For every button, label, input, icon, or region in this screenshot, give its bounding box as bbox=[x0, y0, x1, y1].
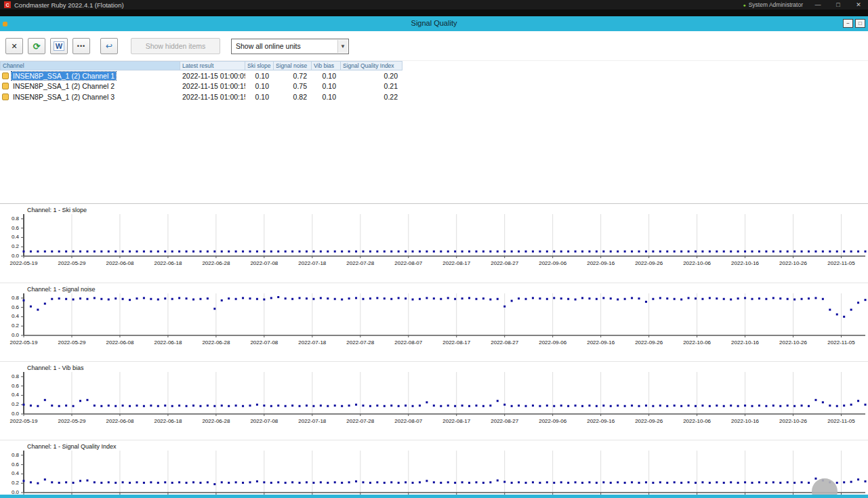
x-tick-label: 2022-06-18 bbox=[154, 260, 182, 266]
close-button[interactable]: ✕ bbox=[853, 1, 864, 8]
x-tick-label: 2022-08-07 bbox=[394, 339, 422, 346]
more-options-button[interactable]: ••• bbox=[73, 38, 90, 54]
column-header-signal-noise[interactable]: Signal noise bbox=[274, 61, 312, 70]
show-hidden-items-button[interactable]: Show hidden items bbox=[131, 38, 220, 54]
table-row[interactable]: INSEN8P_SSA_1 (2) Channel 32022-11-15 01… bbox=[0, 91, 402, 102]
latest-result-cell: 2022-11-15 01:00:15 bbox=[180, 81, 245, 92]
child-restore-button[interactable]: □ bbox=[855, 19, 865, 28]
y-tick-label: 0.8 bbox=[4, 215, 19, 222]
chart-plot bbox=[21, 372, 868, 418]
x-tick-label: 2022-08-07 bbox=[394, 418, 422, 424]
x-axis-labels: 2022-05-192022-05-292022-06-082022-06-18… bbox=[21, 260, 868, 268]
remove-button[interactable]: ✕ bbox=[5, 38, 23, 54]
word-icon: W bbox=[54, 41, 64, 51]
x-tick-label: 2022-10-16 bbox=[731, 339, 759, 346]
chart-plot bbox=[21, 293, 868, 339]
y-tick-label: 0.2 bbox=[4, 401, 19, 407]
y-tick-label: 0.8 bbox=[4, 452, 19, 458]
column-header-signal-quality-index[interactable]: Signal Quality Index bbox=[341, 61, 402, 70]
y-tick-label: 0.0 bbox=[4, 253, 19, 259]
x-tick-label: 2022-06-08 bbox=[106, 339, 133, 346]
channel-cell: INSEN8P_SSA_1 (2) Channel 1 bbox=[0, 70, 180, 81]
x-tick-label: 2022-07-28 bbox=[346, 418, 374, 424]
window-bottom-border bbox=[0, 495, 868, 498]
x-tick-label: 2022-06-18 bbox=[154, 418, 182, 424]
chart-title: Channel: 1 - Ski slope bbox=[27, 207, 87, 213]
x-tick-label: 2022-10-06 bbox=[683, 260, 711, 266]
x-tick-label: 2022-05-19 bbox=[10, 418, 38, 424]
table-row[interactable]: INSEN8P_SSA_1 (2) Channel 12022-11-15 01… bbox=[0, 70, 402, 81]
y-tick-label: 0.4 bbox=[4, 470, 19, 476]
channel-cell: INSEN8P_SSA_1 (2) Channel 2 bbox=[0, 81, 180, 92]
table-row[interactable]: INSEN8P_SSA_1 (2) Channel 22022-11-15 01… bbox=[0, 81, 402, 92]
charts-region: Channel: 1 - Ski slope0.00.20.40.60.8202… bbox=[0, 203, 868, 498]
x-tick-label: 2022-05-29 bbox=[58, 260, 86, 266]
x-tick-label: 2022-05-29 bbox=[58, 418, 86, 424]
app-title: Condmaster Ruby 2022.4.1 (Flotation) bbox=[14, 1, 124, 9]
x-tick-label: 2022-10-06 bbox=[683, 339, 711, 346]
channel-icon bbox=[2, 83, 9, 89]
signal-quality-index-cell: 0.20 bbox=[341, 70, 402, 81]
column-header-latest-result[interactable]: Latest result bbox=[180, 61, 245, 70]
x-tick-label: 2022-08-17 bbox=[442, 339, 470, 346]
y-tick-label: 0.6 bbox=[4, 304, 19, 310]
x-tick-label: 2022-06-08 bbox=[106, 418, 133, 424]
x-tick-label: 2022-09-26 bbox=[635, 418, 663, 424]
x-tick-label: 2022-06-08 bbox=[106, 260, 133, 266]
y-tick-label: 0.8 bbox=[4, 295, 19, 301]
channel-label: INSEN8P_SSA_1 (2) Channel 1 bbox=[12, 72, 116, 80]
column-header-ski-slope[interactable]: Ski slope bbox=[245, 61, 274, 70]
child-minimize-button[interactable]: − bbox=[843, 19, 853, 28]
minimize-button[interactable]: — bbox=[812, 1, 823, 8]
table-body: INSEN8P_SSA_1 (2) Channel 12022-11-15 01… bbox=[0, 70, 402, 102]
chart-panel-4: Channel: 1 - Signal Quality Index0.00.20… bbox=[0, 440, 868, 498]
vib-bias-cell: 0.10 bbox=[312, 91, 341, 102]
latest-result-cell: 2022-11-15 01:00:15 bbox=[180, 91, 245, 102]
refresh-icon: ⟳ bbox=[33, 41, 41, 51]
x-tick-label: 2022-08-17 bbox=[442, 260, 470, 266]
x-tick-label: 2022-07-18 bbox=[298, 339, 326, 346]
column-header-vib-bias[interactable]: Vib bias bbox=[312, 61, 341, 70]
x-tick-label: 2022-06-18 bbox=[154, 339, 182, 346]
x-tick-label: 2022-11-05 bbox=[827, 418, 854, 424]
ski-slope-cell: 0.10 bbox=[245, 70, 274, 81]
vib-bias-cell: 0.10 bbox=[312, 70, 341, 81]
x-tick-label: 2022-11-05 bbox=[827, 339, 854, 346]
x-tick-label: 2022-07-28 bbox=[346, 260, 374, 266]
main-titlebar: C Condmaster Ruby 2022.4.1 (Flotation) ●… bbox=[0, 0, 868, 9]
x-tick-label: 2022-09-26 bbox=[635, 339, 663, 346]
vib-bias-cell: 0.10 bbox=[312, 81, 341, 92]
maximize-button[interactable]: □ bbox=[833, 1, 844, 8]
signal-quality-titlebar: Signal Quality − □ bbox=[0, 16, 868, 31]
x-tick-label: 2022-06-28 bbox=[202, 418, 230, 424]
y-tick-label: 0.6 bbox=[4, 383, 19, 389]
chart-panel-1: Channel: 1 - Ski slope0.00.20.40.60.8202… bbox=[0, 204, 868, 283]
column-header-channel[interactable]: Channel bbox=[0, 61, 180, 70]
channel-label: INSEN8P_SSA_1 (2) Channel 2 bbox=[12, 82, 116, 90]
x-axis-labels: 2022-05-192022-05-292022-06-082022-06-18… bbox=[21, 339, 868, 348]
y-tick-label: 0.0 bbox=[4, 411, 19, 417]
export-word-button[interactable]: W bbox=[50, 38, 68, 54]
chevron-down-icon: ▼ bbox=[337, 40, 348, 53]
x-tick-label: 2022-10-26 bbox=[779, 260, 807, 266]
x-tick-label: 2022-10-26 bbox=[779, 339, 807, 346]
x-tick-label: 2022-09-06 bbox=[539, 260, 566, 266]
back-button[interactable]: ↩ bbox=[100, 38, 118, 54]
x-tick-label: 2022-07-08 bbox=[250, 339, 278, 346]
chart-title: Channel: 1 - Vib bias bbox=[27, 365, 83, 371]
x-tick-label: 2022-07-08 bbox=[250, 418, 278, 424]
x-tick-label: 2022-05-19 bbox=[10, 260, 38, 266]
app-logo-icon: C bbox=[4, 1, 11, 8]
refresh-button[interactable]: ⟳ bbox=[28, 38, 45, 54]
units-dropdown[interactable]: Show all online units ▼ bbox=[231, 39, 349, 54]
x-tick-label: 2022-09-16 bbox=[587, 339, 615, 346]
y-tick-label: 0.4 bbox=[4, 313, 19, 319]
x-tick-label: 2022-10-26 bbox=[779, 418, 807, 424]
chart-plot bbox=[21, 214, 868, 260]
y-tick-label: 0.8 bbox=[4, 373, 19, 379]
y-tick-label: 0.2 bbox=[4, 480, 19, 486]
y-tick-label: 0.6 bbox=[4, 461, 19, 468]
signal-noise-cell: 0.72 bbox=[274, 70, 312, 81]
signal-quality-index-cell: 0.22 bbox=[341, 91, 402, 102]
chart-title: Channel: 1 - Signal Quality Index bbox=[27, 443, 117, 450]
